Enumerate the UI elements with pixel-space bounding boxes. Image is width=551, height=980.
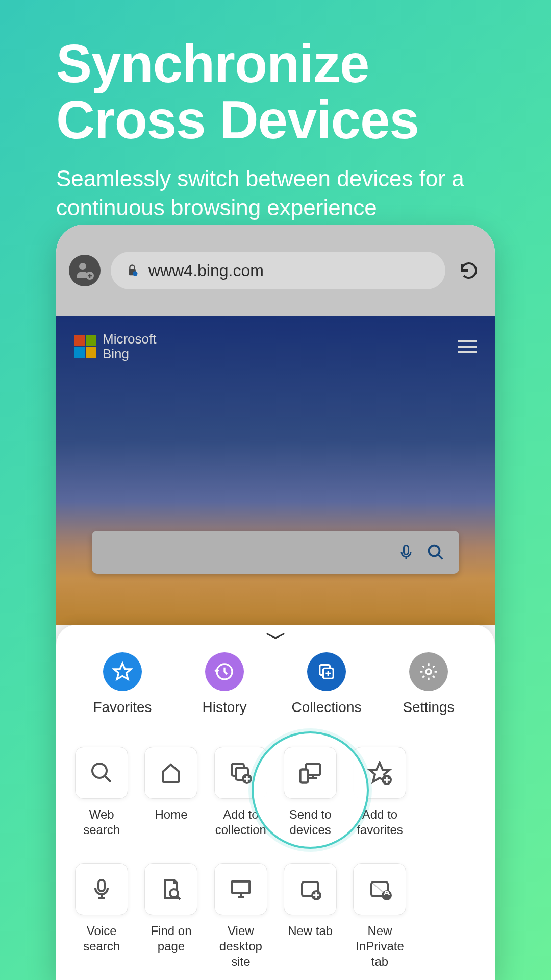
action-inprivate-tab[interactable]: New InPrivate tab [349,863,410,969]
refresh-button[interactable] [456,257,482,284]
microsoft-logo-icon [74,335,96,358]
action-label: Find on page [141,923,201,954]
action-label: Voice search [71,923,132,954]
mic-icon[interactable] [397,543,415,561]
promo-subtitle: Seamlessly switch between devices for a … [56,164,495,222]
action-label: New tab [288,923,333,954]
profile-avatar[interactable] [69,255,101,286]
action-desktop-site[interactable]: View desktop site [211,863,271,969]
svg-point-10 [426,669,431,674]
bing-header: Microsoft Bing [56,316,495,376]
quick-collections[interactable]: Collections [288,652,365,716]
action-home[interactable]: Home [141,747,201,838]
add-collection-icon [229,761,253,785]
svg-point-5 [429,546,440,556]
add-favorite-icon [367,761,392,785]
action-label: View desktop site [211,923,271,969]
svg-line-6 [438,555,443,559]
action-find-page[interactable]: Find on page [141,863,201,969]
action-voice-search[interactable]: Voice search [71,863,132,969]
inprivate-icon [367,877,392,901]
star-icon [103,652,142,691]
svg-rect-26 [233,883,248,892]
bing-search-box[interactable] [92,531,459,574]
action-send-devices[interactable]: Send to devices [280,747,340,838]
address-bar[interactable]: www4.bing.com [111,252,445,289]
action-label: New InPrivate tab [349,923,410,969]
bottom-sheet: Favorites History Collections Settings [56,625,495,980]
svg-point-22 [170,889,178,897]
action-label: Send to devices [280,807,340,838]
action-label: Home [155,807,187,838]
find-page-icon [159,877,183,901]
refresh-icon [458,260,480,281]
action-new-tab[interactable]: New tab [280,863,340,969]
mic-icon [89,877,114,901]
svg-rect-21 [98,880,105,891]
lock-icon [125,263,139,278]
quick-label: History [202,699,246,716]
url-text: www4.bing.com [148,261,264,280]
browser-top-bar: www4.bing.com [56,225,495,316]
svg-line-12 [105,776,111,782]
phone-mockup: www4.bing.com Microsoft Bing [56,225,495,980]
send-devices-icon [297,760,323,786]
hamburger-menu[interactable] [458,340,477,353]
search-icon [89,761,114,785]
collections-icon [307,652,346,691]
quick-favorites[interactable]: Favorites [84,652,161,716]
action-web-search[interactable]: Web search [71,747,132,838]
svg-point-0 [79,263,86,270]
gear-icon [409,652,448,691]
action-grid: Web search Home Add to collection Send t… [56,731,495,980]
history-icon [205,652,244,691]
desktop-icon [229,877,253,901]
quick-settings[interactable]: Settings [390,652,467,716]
new-tab-icon [298,877,322,901]
chevron-down-icon [265,632,286,640]
quick-label: Settings [403,699,454,716]
action-label: Web search [71,807,132,838]
quick-actions-row: Favorites History Collections Settings [56,643,495,731]
bing-logo-text: Microsoft Bing [103,332,156,361]
svg-point-3 [133,271,137,276]
quick-label: Collections [292,699,362,716]
search-icon[interactable] [427,543,445,561]
person-add-icon [74,260,95,281]
logo-line1: Microsoft [103,332,156,347]
svg-rect-19 [300,770,308,783]
promo-heading: Synchronize Cross Devices Seamlessly swi… [56,36,495,222]
quick-label: Favorites [93,699,152,716]
svg-point-11 [92,764,107,778]
logo-line2: Bing [103,347,156,361]
svg-rect-4 [404,546,409,555]
sheet-handle[interactable] [56,625,495,643]
page-content: Microsoft Bing [56,316,495,625]
promo-title: Synchronize Cross Devices [56,36,495,149]
bing-logo[interactable]: Microsoft Bing [74,332,156,361]
home-icon [159,761,183,785]
quick-history[interactable]: History [186,652,263,716]
